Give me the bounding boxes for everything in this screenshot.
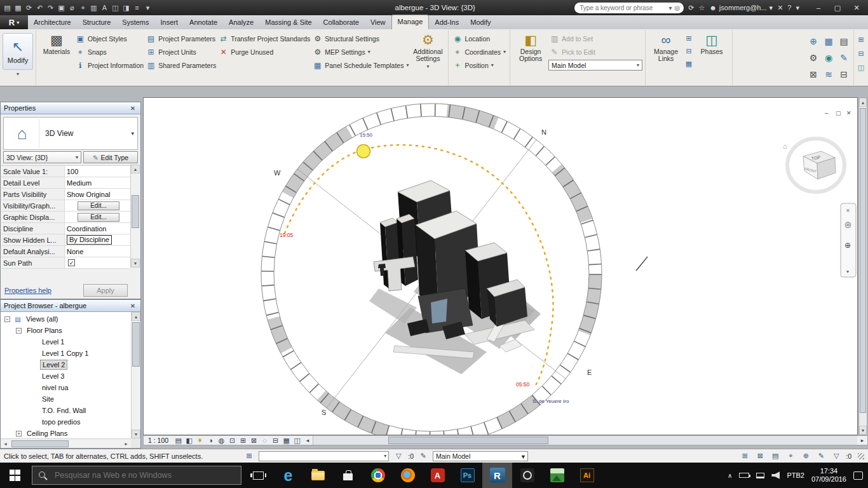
select-underlay-toggle-icon[interactable]: ⊠	[754, 451, 766, 461]
position-dropdown-icon[interactable]: ▾	[491, 62, 494, 68]
scroll-right-icon[interactable]: ▸	[121, 440, 131, 448]
tab-systems[interactable]: Systems	[116, 16, 154, 29]
save-icon[interactable]: ▦	[13, 2, 24, 13]
structural-settings-button[interactable]: ⚙ Structural Settings	[311, 33, 410, 44]
tree-item-nivel-rua[interactable]: nivel rua	[1, 382, 131, 393]
tree-item-site[interactable]: Site	[1, 393, 131, 405]
decal-types-icon[interactable]: ⊟	[684, 46, 694, 56]
taskbar-search-input[interactable]	[53, 470, 235, 480]
properties-header[interactable]: Properties ✕	[1, 102, 140, 114]
editing-requests-icon[interactable]: ✎	[417, 451, 429, 461]
volume-icon[interactable]	[771, 471, 780, 479]
scrollbar-thumb[interactable]	[388, 437, 548, 444]
analysis-display-icon[interactable]: ◫	[292, 436, 302, 445]
taskbar-app-edge[interactable]: e	[273, 463, 303, 488]
tree-item-floor-plans[interactable]: − Floor Plans	[1, 325, 131, 336]
navbar-close-icon[interactable]: ✕	[846, 208, 850, 214]
sync-icon[interactable]: ⟳	[24, 2, 34, 13]
network-icon[interactable]	[756, 473, 764, 478]
search-binoculars-icon[interactable]: ◎	[674, 4, 680, 11]
battery-icon[interactable]	[739, 473, 749, 478]
crop-view-icon[interactable]: ⊡	[227, 436, 238, 445]
project-browser-close-icon[interactable]: ✕	[128, 302, 137, 309]
collapse-icon[interactable]: −	[4, 316, 10, 322]
model-line[interactable]	[636, 257, 648, 271]
redo-icon[interactable]: ↷	[45, 2, 56, 13]
navbar-expand-icon[interactable]: ▾	[846, 269, 849, 274]
user-dropdown-icon[interactable]: ▾	[770, 4, 773, 12]
taskbar-app-file-explorer[interactable]	[303, 463, 333, 488]
task-view-button[interactable]	[243, 463, 273, 488]
panel-schedule-templates-button[interactable]: ▦ Panel Schedule Templates ▾	[311, 60, 410, 71]
tree-item-views-all[interactable]: − ▤ Views (all)	[1, 313, 131, 325]
view-filter-select[interactable]: 3D View: {3D} ▾	[3, 151, 81, 163]
scroll-down-icon[interactable]: ▾	[131, 259, 140, 268]
tab-view[interactable]: View	[365, 16, 391, 29]
purge-unused-button[interactable]: ✕ Purge Unused	[217, 46, 311, 57]
close-button[interactable]: ✕	[847, 0, 866, 15]
type-selector[interactable]: ⌂ 3D View ▾	[3, 117, 138, 150]
temporary-view-properties-icon[interactable]: ▦	[281, 436, 292, 445]
dynamo-icon[interactable]: ✎	[837, 50, 851, 65]
filter-icon[interactable]: ▽	[393, 451, 404, 461]
properties-help-link[interactable]: Properties help	[4, 287, 51, 294]
taskbar-app-green[interactable]	[542, 463, 572, 488]
scrollbar-thumb[interactable]	[132, 195, 139, 228]
drawing-area[interactable]: N W S E 19:05 05:50 15:50 S. de Yeuere I…	[143, 97, 858, 435]
object-styles-button[interactable]: ▣ Object Styles	[74, 33, 145, 44]
tree-item-level-3[interactable]: Level 3	[1, 370, 131, 382]
taskbar-app-revit[interactable]: R	[482, 463, 512, 488]
manage-images-icon[interactable]: ⊞	[684, 33, 694, 43]
print-icon[interactable]: ▣	[56, 2, 67, 13]
scroll-up-icon[interactable]: ▴	[132, 312, 140, 321]
locked-3d-view-icon[interactable]: ⊠	[248, 436, 259, 445]
worksets-icon[interactable]: ⊞	[243, 451, 255, 461]
zoom-icon[interactable]: ⊕	[844, 241, 851, 250]
detail-level-icon[interactable]: ▤	[173, 436, 184, 445]
editable-only-icon[interactable]: ✎	[815, 451, 827, 461]
taskbar-app-acrobat[interactable]: A	[423, 463, 452, 488]
mep-settings-dropdown-icon[interactable]: ▾	[368, 49, 370, 55]
browser-vertical-scrollbar[interactable]: ▴ ▾	[131, 312, 140, 438]
visibility-edit-button[interactable]: Edit...	[78, 201, 119, 210]
property-value[interactable]: 100	[65, 166, 130, 177]
macro-manager-icon[interactable]: ⚙	[806, 50, 820, 65]
macro-security-icon[interactable]: ◉	[822, 50, 836, 65]
viewcube-home-icon[interactable]: ⌂	[783, 142, 787, 150]
taskbar-search[interactable]	[32, 466, 241, 485]
selection-filter-icon[interactable]: ▽	[831, 451, 842, 461]
coordinates-dropdown-icon[interactable]: ▾	[503, 49, 506, 55]
project-information-button[interactable]: ℹ Project Information	[74, 60, 145, 71]
select-pinned-toggle-icon[interactable]: ▤	[770, 451, 781, 461]
property-value[interactable]: None	[65, 246, 130, 257]
tab-modify[interactable]: Modify	[465, 16, 496, 29]
project-units-button[interactable]: ⊞ Project Units	[145, 46, 217, 57]
scroll-left-icon[interactable]: ◂	[1, 440, 10, 448]
scroll-down-icon[interactable]: ▾	[132, 430, 140, 438]
shared-parameters-button[interactable]: ▥ Shared Parameters	[145, 60, 217, 71]
vertical-scrollbar[interactable]: ▴ ▾	[858, 97, 867, 435]
tag-icon[interactable]: ▥	[88, 2, 99, 13]
favorites-star-icon[interactable]: ☆	[698, 4, 705, 12]
scrollbar-thumb[interactable]	[132, 322, 140, 367]
measure-icon[interactable]: ⌀	[67, 2, 78, 13]
taskbar-app-store[interactable]	[333, 463, 363, 488]
rendering-icon[interactable]: ◍	[216, 436, 227, 445]
taskbar-clock[interactable]: 17:34 07/09/2016	[811, 467, 846, 484]
scroll-up-icon[interactable]: ▴	[859, 98, 867, 107]
thin-lines-icon[interactable]: ≡	[132, 2, 142, 13]
transfer-project-standards-button[interactable]: ⇄ Transfer Project Standards	[217, 33, 311, 44]
default-3d-view-icon[interactable]: ◫	[110, 2, 121, 13]
search-input[interactable]	[578, 4, 666, 12]
active-workset-select[interactable]: ▾	[259, 451, 389, 461]
customize-qat-icon[interactable]: ▾	[142, 2, 153, 13]
tree-item-level-1[interactable]: Level 1	[1, 336, 131, 348]
tab-collaborate[interactable]: Collaborate	[318, 16, 365, 29]
view-restore-icon[interactable]: ▢	[836, 110, 841, 116]
search-dropdown-icon[interactable]: ▾	[668, 4, 672, 11]
view-close-icon[interactable]: ✕	[846, 110, 851, 116]
dimension-icon[interactable]: ⌖	[78, 2, 88, 13]
action-center-icon[interactable]	[853, 471, 863, 480]
warnings-icon[interactable]: ▤	[837, 34, 851, 49]
reveal-hidden-elements-icon[interactable]: ⊟	[270, 436, 281, 445]
